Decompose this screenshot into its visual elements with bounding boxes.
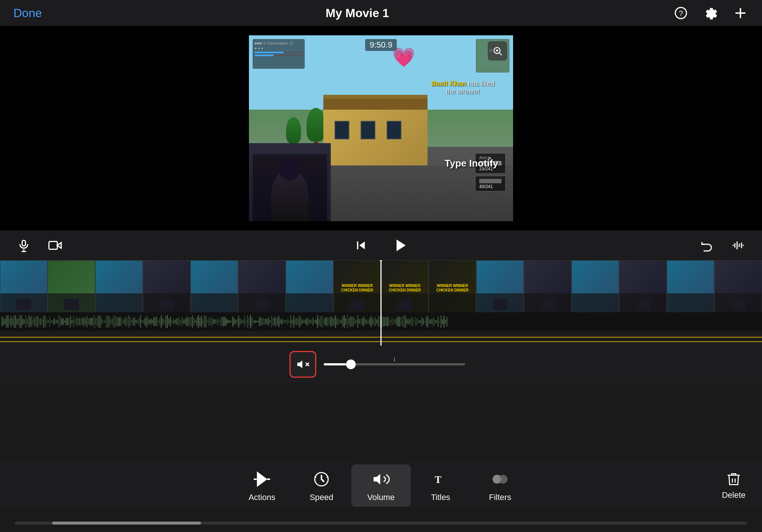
- mic-button[interactable]: [15, 236, 33, 254]
- volume-area: [0, 346, 762, 383]
- cam-overlay: [249, 143, 331, 221]
- toolbar-speed[interactable]: Speed: [292, 464, 351, 507]
- ctrl-right: [698, 236, 747, 254]
- timeline-thumb-2: [48, 260, 95, 316]
- toolbar-volume[interactable]: Volume: [351, 464, 411, 507]
- svg-rect-9: [49, 242, 58, 249]
- ctrl-center: [352, 236, 410, 254]
- header-left: Done: [13, 6, 42, 20]
- actions-label: Actions: [249, 493, 275, 502]
- filters-label: Filters: [489, 493, 511, 502]
- add-icon[interactable]: [732, 5, 749, 21]
- delete-label: Delete: [722, 490, 746, 500]
- titles-label: Titles: [431, 493, 450, 502]
- mute-button[interactable]: [289, 351, 316, 378]
- titles-icon: T: [430, 469, 451, 490]
- camera-button[interactable]: [46, 236, 64, 254]
- svg-text:T: T: [435, 474, 442, 485]
- svg-rect-6: [22, 241, 26, 246]
- timeline-thumb-9: WINNER WINNERCHICKEN DINNER: [381, 260, 429, 316]
- type-inotify-text: Type Inotify: [445, 158, 498, 169]
- timeline-thumb-12: [524, 260, 572, 316]
- timeline-thumb-14: [619, 260, 667, 316]
- timeline-thumb-5: [190, 260, 238, 316]
- zoom-button[interactable]: [488, 41, 507, 61]
- playhead: [381, 260, 382, 346]
- timeline-thumb-16: [714, 260, 762, 316]
- settings-icon[interactable]: [702, 5, 719, 21]
- delete-button[interactable]: Delete: [719, 461, 749, 510]
- volume-slider-thumb[interactable]: [346, 359, 356, 369]
- weapon-slot-2: 40/241: [475, 176, 506, 191]
- timeline-thumb-15: [667, 260, 714, 316]
- timeline-thumb-3: [95, 260, 143, 316]
- timeline-thumb-1: [0, 260, 48, 316]
- timeline-thumb-13: [572, 260, 619, 316]
- scrollbar-track: [15, 522, 747, 525]
- header-center: My Movie 1: [326, 6, 389, 20]
- building-1: [323, 110, 428, 169]
- timeline-thumb-11: [476, 260, 524, 316]
- volume-tick-center: [394, 357, 395, 362]
- volume-slider-container[interactable]: [324, 363, 473, 365]
- playback-controls: [0, 230, 762, 260]
- volume-slider-fill: [324, 363, 346, 365]
- header-right: ?: [673, 5, 749, 21]
- svg-line-3: [499, 53, 502, 55]
- filters-icon: [490, 469, 510, 490]
- timeline-thumb-6: [238, 260, 286, 316]
- timeline-thumb-8: WINNER WINNERCHICKEN DINNER: [333, 260, 381, 316]
- svg-marker-10: [397, 239, 406, 251]
- timeline-thumb-10: WINNER WINNERCHICKEN DINNER: [429, 260, 476, 316]
- ctrl-left: [15, 236, 64, 254]
- timeline-thumb-4: [143, 260, 190, 316]
- speed-icon: [311, 469, 332, 490]
- hud-scoreboard: ■■■ 3 Classmates 11 ● ● ●: [253, 39, 305, 69]
- skip-back-button[interactable]: [352, 236, 370, 254]
- header: Done My Movie 1 ?: [0, 0, 762, 26]
- volume-label: Volume: [367, 493, 394, 502]
- speed-label: Speed: [310, 493, 333, 502]
- hud-heart: 💗: [392, 46, 415, 68]
- scrollbar-thumb[interactable]: [52, 522, 201, 525]
- preview-video: 9:50.9 ■■■ 3 Classmates 11 ● ● ● 💗 Basit…: [249, 35, 513, 221]
- preview-area: 9:50.9 ■■■ 3 Classmates 11 ● ● ● 💗 Basit…: [0, 26, 762, 230]
- help-icon[interactable]: ?: [673, 5, 689, 21]
- notification-text: Basit Khan has likedthe stream!: [431, 80, 494, 96]
- bottom-scrollbar[interactable]: [0, 522, 762, 525]
- timeline-thumb-7: [286, 260, 333, 316]
- svg-point-18: [499, 475, 508, 484]
- movie-title: My Movie 1: [326, 6, 389, 20]
- actions-icon: [252, 469, 272, 490]
- toolbar-actions[interactable]: Actions: [232, 464, 292, 507]
- bottom-toolbar: Actions Speed Volume T T: [0, 461, 762, 510]
- done-button[interactable]: Done: [13, 6, 42, 20]
- svg-text:?: ?: [679, 9, 683, 17]
- volume-icon: [371, 469, 391, 490]
- volume-slider-track[interactable]: [324, 363, 465, 365]
- toolbar-titles[interactable]: T Titles: [411, 464, 470, 507]
- waveform-button[interactable]: [729, 236, 747, 254]
- play-button[interactable]: [392, 236, 410, 254]
- undo-button[interactable]: [698, 236, 716, 254]
- timeline-area[interactable]: WINNER WINNERCHICKEN DINNER WINNER WINNE…: [0, 260, 762, 346]
- toolbar-filters[interactable]: Filters: [470, 464, 530, 507]
